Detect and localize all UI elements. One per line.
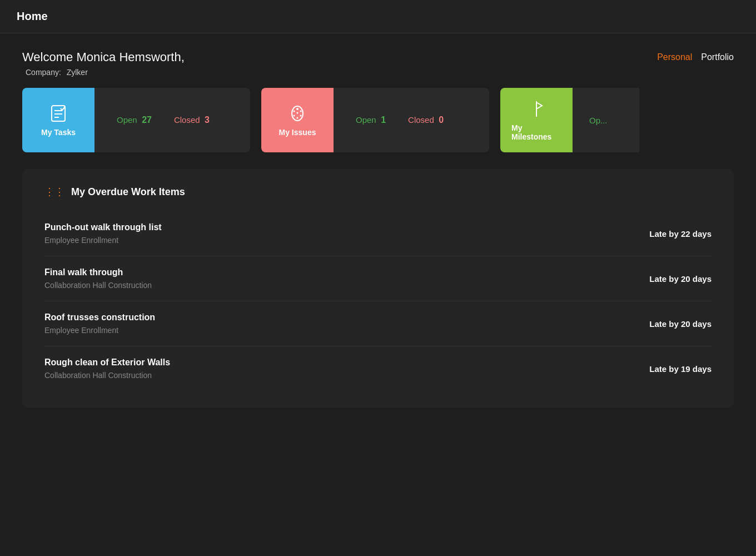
work-item-name-1: Final walk through [44,267,152,277]
tasks-card[interactable]: My Tasks Open 27 Closed 3 [22,88,250,152]
milestones-card-label: My Milestones [511,123,561,141]
work-item: Rough clean of Exterior Walls Collaborat… [44,346,712,391]
issues-open-label: Open [356,115,376,125]
work-items-list: Punch-out walk through list Employee Enr… [44,211,712,391]
overdue-dots-icon: ⋮⋮ [44,186,64,198]
work-item-late-0: Late by 22 days [649,229,712,239]
work-item-project-1: Collaboration Hall Construction [44,281,152,290]
issues-open-value: 1 [381,115,386,125]
work-item-project-2: Employee Enrollment [44,326,155,335]
work-item-project-3: Collaboration Hall Construction [44,371,170,380]
issues-card[interactable]: My Issues Open 1 Closed 0 [261,88,489,152]
work-item: Final walk through Collaboration Hall Co… [44,256,712,301]
view-portfolio-button[interactable]: Portfolio [701,52,734,62]
work-item: Punch-out walk through list Employee Enr… [44,211,712,256]
work-item: Roof trusses construction Employee Enrol… [44,301,712,346]
tasks-card-label: My Tasks [41,128,76,137]
tasks-stats: Open 27 Closed 3 [94,88,250,152]
cards-row: My Tasks Open 27 Closed 3 [0,88,756,169]
work-item-late-2: Late by 20 days [649,319,712,329]
issues-closed-stat: Closed 0 [408,115,444,125]
overdue-title: My Overdue Work Items [71,186,185,198]
svg-point-5 [296,108,299,110]
welcome-company: Company: Zylker [22,68,185,77]
svg-point-10 [300,115,302,117]
tasks-open-label: Open [117,115,137,125]
tasks-icon [48,103,68,123]
work-item-left-1: Final walk through Collaboration Hall Co… [44,267,152,290]
work-item-project-0: Employee Enrollment [44,236,162,245]
tasks-icon-block: My Tasks [22,88,94,152]
milestones-icon-block: My Milestones [500,88,573,152]
tasks-closed-stat: Closed 3 [174,115,210,125]
issues-icon-block: My Issues [261,88,334,152]
work-item-left-3: Rough clean of Exterior Walls Collaborat… [44,358,170,380]
issues-closed-label: Closed [408,115,434,125]
work-item-left-2: Roof trusses construction Employee Enrol… [44,312,155,335]
work-item-name-2: Roof trusses construction [44,312,155,322]
work-item-name-3: Rough clean of Exterior Walls [44,358,170,368]
issues-card-label: My Issues [279,128,316,137]
tasks-closed-label: Closed [174,115,200,125]
tasks-closed-value: 3 [205,115,210,125]
view-personal-button[interactable]: Personal [657,52,692,62]
welcome-greeting: Welcome Monica Hemsworth, [22,50,185,64]
tasks-open-value: 27 [142,115,152,125]
page-title: Home [17,10,48,22]
issues-stats: Open 1 Closed 0 [334,88,489,152]
view-switcher: Personal Portfolio [657,52,734,62]
svg-point-6 [297,112,299,114]
welcome-left: Welcome Monica Hemsworth, Company: Zylke… [22,50,185,77]
milestones-open-partial: Op... [589,116,608,125]
overdue-section: ⋮⋮ My Overdue Work Items Punch-out walk … [22,169,734,408]
milestones-icon [526,99,546,119]
work-item-left-0: Punch-out walk through list Employee Enr… [44,222,162,245]
header: Home [0,0,756,33]
work-item-name-0: Punch-out walk through list [44,222,162,232]
issues-icon [287,103,307,123]
tasks-open-stat: Open 27 [117,115,152,125]
work-item-late-3: Late by 19 days [649,364,712,374]
issues-closed-value: 0 [439,115,444,125]
welcome-section: Welcome Monica Hemsworth, Company: Zylke… [0,33,756,88]
svg-point-11 [297,117,299,119]
overdue-header: ⋮⋮ My Overdue Work Items [44,186,712,198]
milestones-card[interactable]: My Milestones Op... [500,88,639,152]
svg-point-8 [300,111,302,112]
work-item-late-1: Late by 20 days [649,274,712,284]
issues-open-stat: Open 1 [356,115,386,125]
svg-point-9 [294,115,295,117]
milestones-stats-partial: Op... [573,88,639,152]
svg-point-7 [294,111,295,112]
